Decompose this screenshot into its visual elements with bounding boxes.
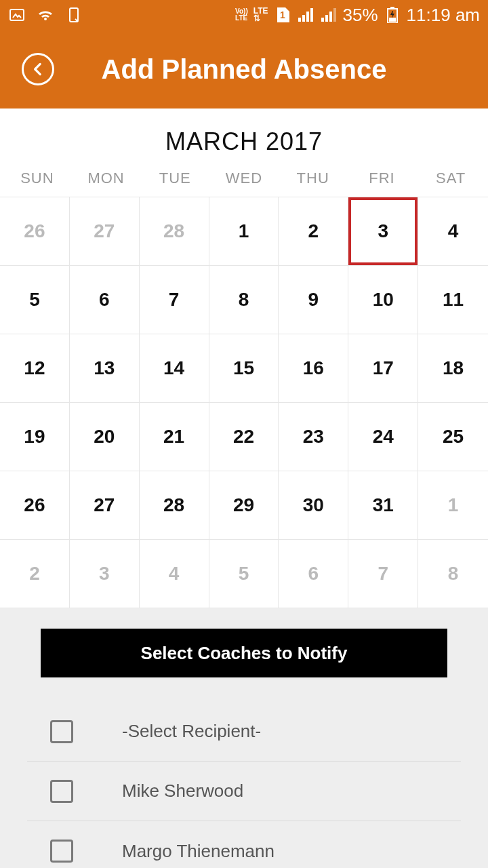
calendar-day[interactable]: 7 [348, 540, 418, 608]
calendar-day[interactable]: 22 [209, 403, 279, 471]
recipient-row[interactable]: Margo Thienemann [27, 821, 461, 868]
calendar-day[interactable]: 11 [418, 266, 488, 334]
dow-sun: SUN [3, 170, 72, 187]
svg-rect-4 [302, 15, 305, 22]
svg-rect-5 [306, 12, 309, 22]
calendar-day[interactable]: 7 [140, 266, 209, 334]
svg-rect-10 [333, 8, 336, 22]
battery-text: 35% [343, 5, 378, 26]
volte-icon: Vo))LTE [235, 6, 248, 24]
calendar-day[interactable]: 12 [0, 334, 70, 403]
recipient-row[interactable]: Mike Sherwood [27, 762, 461, 821]
calendar-day[interactable]: 29 [209, 471, 279, 540]
calendar-day[interactable]: 24 [348, 403, 418, 471]
sim-icon: 1 [274, 6, 291, 24]
device-icon [65, 6, 83, 24]
calendar-day[interactable]: 27 [70, 471, 140, 540]
time-text: 11:19 am [407, 5, 480, 26]
dow-wed: WED [209, 170, 279, 187]
recipient-label: Mike Sherwood [122, 781, 243, 802]
calendar-day[interactable]: 17 [348, 334, 418, 403]
calendar-day[interactable]: 16 [279, 334, 348, 403]
battery-icon [384, 6, 401, 24]
status-bar: Vo))LTE LTE⇅ 1 35% 11:19 am [0, 0, 488, 30]
calendar: MARCH 2017 SUN MON TUE WED THU FRI SAT 2… [0, 108, 488, 608]
calendar-day[interactable]: 2 [279, 197, 348, 266]
calendar-day[interactable]: 4 [418, 197, 488, 266]
calendar-day[interactable]: 6 [70, 266, 140, 334]
calendar-day[interactable]: 20 [70, 403, 140, 471]
recipients-list: -Select Recipient-Mike SherwoodMargo Thi… [27, 702, 461, 868]
calendar-day[interactable]: 10 [348, 266, 418, 334]
recipient-label: Margo Thienemann [122, 841, 274, 862]
calendar-day[interactable]: 9 [279, 266, 348, 334]
calendar-day[interactable]: 15 [209, 334, 279, 403]
status-left [8, 6, 83, 24]
calendar-day[interactable]: 14 [140, 334, 209, 403]
month-label: MARCH 2017 [0, 127, 488, 156]
calendar-day[interactable]: 8 [209, 266, 279, 334]
calendar-day[interactable]: 3 [348, 197, 418, 266]
back-button[interactable] [22, 53, 54, 85]
calendar-day[interactable]: 1 [418, 471, 488, 540]
calendar-day[interactable]: 28 [140, 471, 209, 540]
svg-text:1: 1 [280, 9, 285, 20]
checkbox[interactable] [50, 780, 73, 803]
calendar-day[interactable]: 21 [140, 403, 209, 471]
calendar-day[interactable]: 3 [70, 540, 140, 608]
recipient-row[interactable]: -Select Recipient- [27, 702, 461, 762]
calendar-day[interactable]: 8 [418, 540, 488, 608]
signal2-icon [320, 6, 338, 24]
calendar-day[interactable]: 5 [209, 540, 279, 608]
status-right: Vo))LTE LTE⇅ 1 35% 11:19 am [235, 5, 480, 26]
calendar-day[interactable]: 2 [0, 540, 70, 608]
calendar-day[interactable]: 26 [0, 471, 70, 540]
calendar-grid: 2627281234567891011121314151617181920212… [0, 197, 488, 608]
svg-rect-13 [389, 18, 396, 22]
page-title: Add Planned Absence [19, 54, 469, 85]
calendar-day[interactable]: 6 [279, 540, 348, 608]
svg-rect-7 [321, 18, 324, 22]
recipient-label: -Select Recipient- [122, 721, 261, 742]
dow-fri: FRI [348, 170, 417, 187]
svg-rect-3 [298, 18, 301, 22]
notify-header: Select Coaches to Notify [41, 629, 447, 677]
calendar-day[interactable]: 30 [279, 471, 348, 540]
svg-rect-8 [325, 15, 328, 22]
calendar-day[interactable]: 19 [0, 403, 70, 471]
checkbox[interactable] [50, 840, 73, 863]
calendar-day[interactable]: 25 [418, 403, 488, 471]
svg-rect-9 [329, 12, 332, 22]
calendar-day[interactable]: 31 [348, 471, 418, 540]
calendar-day[interactable]: 5 [0, 266, 70, 334]
svg-rect-6 [310, 8, 313, 22]
calendar-day[interactable]: 23 [279, 403, 348, 471]
dow-sat: SAT [416, 170, 485, 187]
calendar-day[interactable]: 18 [418, 334, 488, 403]
checkbox[interactable] [50, 720, 73, 743]
calendar-day[interactable]: 28 [140, 197, 209, 266]
calendar-day[interactable]: 27 [70, 197, 140, 266]
calendar-day[interactable]: 4 [140, 540, 209, 608]
calendar-day[interactable]: 1 [209, 197, 279, 266]
calendar-day[interactable]: 13 [70, 334, 140, 403]
signal-icon [297, 6, 314, 24]
dow-tue: TUE [140, 170, 209, 187]
app-bar: Add Planned Absence [0, 30, 488, 108]
image-icon [8, 6, 26, 24]
dow-mon: MON [72, 170, 141, 187]
dow-thu: THU [279, 170, 348, 187]
calendar-day[interactable]: 26 [0, 197, 70, 266]
lte-icon: LTE⇅ [253, 6, 268, 24]
dow-row: SUN MON TUE WED THU FRI SAT [0, 168, 488, 197]
wifi-icon [37, 6, 54, 24]
